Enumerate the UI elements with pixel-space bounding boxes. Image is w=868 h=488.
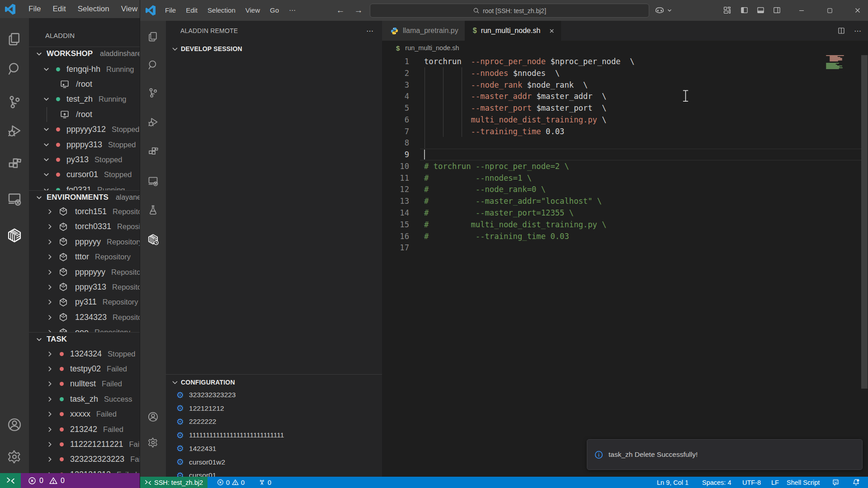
remote-explorer-icon[interactable]: [140, 175, 166, 187]
menu-[interactable]: ⋯: [284, 4, 301, 17]
feedback-icon[interactable]: [832, 477, 840, 488]
accounts-icon[interactable]: [0, 417, 29, 433]
encoding[interactable]: UTF-8: [742, 477, 761, 488]
environment-item[interactable]: py311Repository: [29, 295, 140, 310]
task-item[interactable]: 112221211221Failed: [29, 436, 140, 452]
workshop-item[interactable]: cursor01Stopped: [29, 167, 140, 183]
testing-icon[interactable]: [140, 204, 166, 216]
search-icon[interactable]: [140, 59, 166, 71]
toggle-secondary-sidebar-icon[interactable]: [773, 6, 781, 14]
environment-item[interactable]: torch151Repository: [29, 204, 140, 219]
workshop-child[interactable]: /root: [29, 107, 140, 122]
environment-item[interactable]: 1234323Repository: [29, 310, 140, 325]
remote-explorer-icon[interactable]: [0, 191, 29, 207]
notifications-bell-icon[interactable]: [852, 477, 860, 488]
command-center[interactable]: root [SSH: test_zh.bj2]: [370, 4, 649, 18]
section-task[interactable]: TASK: [29, 332, 140, 346]
close-button[interactable]: [847, 0, 868, 21]
cursor-position[interactable]: Ln 9, Col 1: [657, 477, 689, 488]
workshop-item[interactable]: fengqi-hhRunning: [29, 61, 140, 77]
task-item[interactable]: 1324324Stopped: [29, 346, 140, 361]
run-debug-icon[interactable]: [0, 123, 29, 139]
tab-run_multi_node.sh[interactable]: $run_multi_node.sh: [465, 21, 561, 41]
editor-scrollbar[interactable]: [861, 55, 868, 389]
problems-indicator[interactable]: 0 0: [21, 473, 140, 488]
search-icon[interactable]: [0, 61, 29, 77]
section-workshop[interactable]: WORKSHOPaladdinshare: [29, 47, 140, 61]
config-item[interactable]: ⚙1111111111111111111111111111: [166, 428, 382, 442]
toggle-sidebar-icon[interactable]: [741, 6, 748, 14]
source-control-icon[interactable]: [0, 94, 29, 110]
config-item[interactable]: ⚙1422431: [166, 442, 382, 455]
customize-layout-icon[interactable]: [723, 6, 731, 14]
config-item[interactable]: ⚙2222222: [166, 415, 382, 428]
task-item[interactable]: nulltestFailed: [29, 376, 140, 392]
explorer-icon[interactable]: [140, 31, 166, 43]
aladdin-icon[interactable]: [140, 233, 166, 245]
config-item[interactable]: ⚙cursor01: [166, 469, 382, 477]
menu-file[interactable]: File: [160, 4, 181, 17]
panel-more-actions-icon[interactable]: ⋯: [366, 27, 374, 35]
problems-indicator[interactable]: 0 0: [217, 477, 245, 488]
menu-edit[interactable]: Edit: [47, 2, 71, 16]
environment-item[interactable]: torch0331Repository: [29, 219, 140, 235]
minimize-button[interactable]: [791, 0, 812, 21]
environment-item[interactable]: pppy313Repository: [29, 279, 140, 295]
remote-indicator[interactable]: SSH: test_zh.bj2: [140, 477, 208, 488]
tab-llama_pretrain.py[interactable]: llama_pretrain.py: [382, 21, 465, 41]
workshop-item[interactable]: ppppy313Stopped: [29, 137, 140, 152]
settings-icon[interactable]: [0, 449, 29, 465]
menu-selection[interactable]: Selection: [72, 2, 115, 16]
menu-edit[interactable]: Edit: [181, 4, 203, 17]
task-item[interactable]: testpy02Failed: [29, 361, 140, 376]
menu-selection[interactable]: Selection: [203, 4, 241, 17]
task-item[interactable]: task_zhSuccess: [29, 391, 140, 407]
environment-item[interactable]: tttorRepository: [29, 249, 140, 265]
extensions-icon[interactable]: [0, 156, 29, 172]
menu-view[interactable]: View: [115, 2, 140, 16]
config-item[interactable]: ⚙323232323223: [166, 388, 382, 402]
environment-item[interactable]: ppppyyyRepository: [29, 264, 140, 280]
editor-more-actions-icon[interactable]: ⋯: [854, 27, 862, 35]
workshop-item[interactable]: py313Stopped: [29, 152, 140, 167]
config-item[interactable]: ⚙122121212: [166, 402, 382, 415]
settings-icon[interactable]: [140, 436, 166, 449]
menu-go[interactable]: Go: [265, 4, 284, 17]
close-tab-icon[interactable]: [549, 28, 555, 34]
task-item[interactable]: 122121212Failed: [29, 467, 140, 473]
ports-indicator[interactable]: 0: [259, 477, 271, 488]
eol-indicator[interactable]: LF: [771, 477, 779, 488]
language-mode[interactable]: Shell Script: [787, 477, 820, 488]
accounts-icon[interactable]: [140, 411, 166, 423]
config-item[interactable]: ⚙cursor01w2: [166, 455, 382, 469]
back-arrow-icon[interactable]: ←: [334, 4, 347, 17]
line-number: 12: [382, 183, 409, 195]
aladdin-icon[interactable]: [0, 227, 29, 244]
workshop-item[interactable]: test_zhRunning: [29, 92, 140, 107]
run-debug-icon[interactable]: [140, 116, 166, 128]
source-control-icon[interactable]: [140, 87, 166, 99]
section-develop-session[interactable]: DEVELOP SESSION: [166, 42, 382, 56]
section-environments[interactable]: ENVIRONMENTSalayanew: [29, 190, 140, 204]
split-editor-icon[interactable]: [838, 27, 845, 34]
remote-indicator[interactable]: [0, 473, 21, 488]
breadcrumb[interactable]: $ run_multi_node.sh: [382, 41, 868, 55]
workshop-child[interactable]: /root: [29, 76, 140, 92]
extensions-icon[interactable]: [140, 145, 166, 158]
task-item[interactable]: xxxxxFailed: [29, 407, 140, 422]
task-item[interactable]: 323232323223Failed: [29, 452, 140, 467]
notification-toast[interactable]: task_zh Delete Successfully!: [587, 439, 863, 470]
maximize-button[interactable]: [819, 0, 840, 21]
indentation[interactable]: Spaces: 4: [702, 477, 731, 488]
section-configuration[interactable]: CONFIGURATION: [166, 375, 382, 389]
explorer-icon[interactable]: [0, 31, 29, 47]
forward-arrow-icon[interactable]: →: [352, 4, 365, 17]
copilot-icon[interactable]: [654, 6, 673, 14]
menu-file[interactable]: File: [23, 2, 47, 16]
workshop-item[interactable]: pppyyy312Stopped: [29, 122, 140, 137]
toggle-panel-icon[interactable]: [757, 6, 764, 14]
task-item[interactable]: 213242Failed: [29, 422, 140, 437]
menu-view[interactable]: View: [241, 4, 265, 17]
environment-item[interactable]: pppyyyRepository: [29, 234, 140, 249]
code-area[interactable]: 1torchrun --nproc_per_node $nproc_per_no…: [382, 55, 868, 477]
